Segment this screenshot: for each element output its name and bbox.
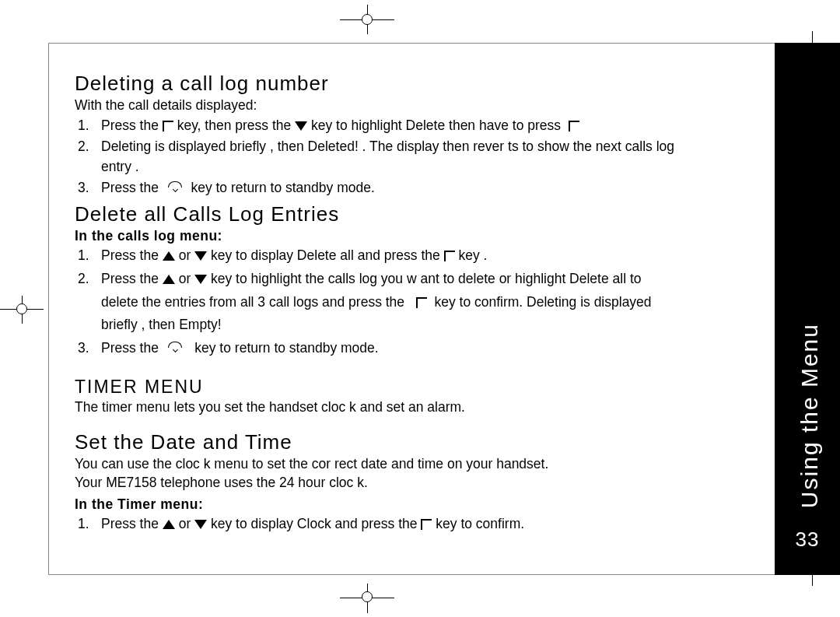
down-arrow-icon xyxy=(194,520,207,529)
list-item: 3. Press the key to return to standby mo… xyxy=(75,338,681,358)
list-item: 2. Deleting is displayed briefly , then … xyxy=(75,137,681,177)
down-arrow-icon xyxy=(194,275,207,284)
step-text: Press the xyxy=(101,247,163,263)
step-text: Press the xyxy=(101,340,163,356)
end-call-key-icon xyxy=(166,181,184,194)
step-text: Press the xyxy=(101,180,163,195)
heading-delete-all-calls-log: Delete all Calls Log Entries xyxy=(75,202,681,226)
step-text: Press the xyxy=(101,117,163,133)
step-text: key to display Clock and press the xyxy=(211,516,421,531)
menu-key-icon xyxy=(444,251,455,261)
heading-timer-menu: TIMER MENU xyxy=(75,377,681,398)
step-text: key to return to standby mode. xyxy=(194,340,378,356)
step-text: key, then press the xyxy=(177,117,295,133)
intro-text: In the Timer menu: xyxy=(75,496,681,513)
page-content: Deleting a call log number With the call… xyxy=(75,67,681,538)
intro-text: The timer menu lets you set the handset … xyxy=(75,399,681,416)
step-text: Press the xyxy=(101,516,163,531)
menu-key-icon xyxy=(421,519,432,530)
tab-label: Using the Menu xyxy=(796,323,823,508)
list-item: 2. Press the or key to highlight the cal… xyxy=(75,268,681,337)
end-call-key-icon xyxy=(166,342,184,354)
step-text: key . xyxy=(458,247,487,263)
step-text: or xyxy=(179,271,194,286)
registration-circle-icon xyxy=(16,303,27,314)
step-text: or xyxy=(179,247,194,263)
menu-key-icon xyxy=(569,121,579,131)
list-item: 3. Press the key to return to standby mo… xyxy=(75,178,681,198)
step-text: Press the xyxy=(101,271,163,286)
steps-list: 1. Press the key, then press the key to … xyxy=(75,116,681,198)
menu-key-icon xyxy=(416,297,427,308)
page-number: 33 xyxy=(775,528,840,552)
page-frame xyxy=(48,43,812,44)
step-text: Deleting is displayed briefly , then Del… xyxy=(101,138,674,174)
list-item: 1. Press the or key to display Clock and… xyxy=(75,514,681,534)
heading-deleting-call-log-number: Deleting a call log number xyxy=(75,72,681,96)
step-text: key to confirm. xyxy=(436,516,524,531)
steps-list: 1. Press the or key to display Delete al… xyxy=(75,246,681,358)
list-item: 1. Press the key, then press the key to … xyxy=(75,116,681,135)
up-arrow-icon xyxy=(163,520,175,529)
step-text: key to display Delete all and press the xyxy=(211,247,444,263)
manual-page: Deleting a call log number With the call… xyxy=(0,0,840,617)
intro-text: With the call details displayed: xyxy=(75,97,681,114)
step-text: key to return to standby mode. xyxy=(191,180,374,195)
page-frame xyxy=(48,574,812,575)
list-item: 1. Press the or key to display Delete al… xyxy=(75,246,681,265)
steps-list: 1. Press the or key to display Clock and… xyxy=(75,514,681,534)
menu-key-icon xyxy=(163,121,173,131)
section-tab: Using the Menu 33 xyxy=(775,43,840,575)
up-arrow-icon xyxy=(163,251,175,261)
body-text: You can use the cloc k menu to set the c… xyxy=(75,456,681,473)
registration-circle-icon xyxy=(362,14,373,25)
down-arrow-icon xyxy=(194,251,207,261)
page-frame xyxy=(48,43,49,575)
step-text: key to highlight Delete then have to pre… xyxy=(311,117,565,133)
body-text: Your ME7158 telephone uses the 24 hour c… xyxy=(75,475,681,492)
down-arrow-icon xyxy=(295,121,307,131)
heading-set-date-time: Set the Date and Time xyxy=(75,430,681,454)
step-text: or xyxy=(179,516,194,531)
intro-text: In the calls log menu: xyxy=(75,228,681,244)
registration-circle-icon xyxy=(362,591,373,602)
up-arrow-icon xyxy=(163,275,175,284)
